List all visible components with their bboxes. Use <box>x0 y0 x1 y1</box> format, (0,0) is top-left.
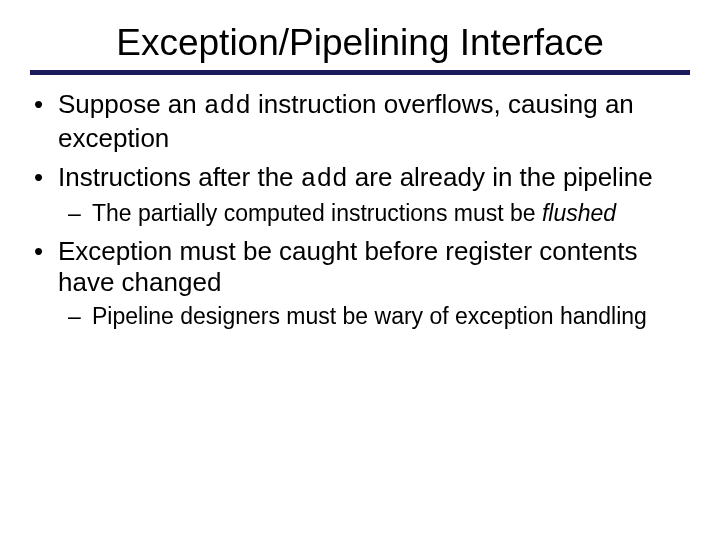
slide-title: Exception/Pipelining Interface <box>30 22 690 64</box>
bullet-1: Suppose an add instruction overflows, ca… <box>58 89 690 154</box>
slide: Exception/Pipelining Interface Suppose a… <box>0 0 720 540</box>
title-underline <box>30 70 690 75</box>
bullet-2: Instructions after the add are already i… <box>58 162 690 227</box>
bullet-2-sub-1-text: The partially computed instructions must… <box>92 200 542 226</box>
bullet-2-sub-1-ital: flushed <box>542 200 616 226</box>
bullet-2-text-b: are already in the pipeline <box>348 162 653 192</box>
bullet-list: Suppose an add instruction overflows, ca… <box>30 89 690 331</box>
bullet-2-sub-1: The partially computed instructions must… <box>92 200 690 228</box>
bullet-3-text: Exception must be caught before register… <box>58 236 638 298</box>
bullet-2-sublist: The partially computed instructions must… <box>58 200 690 228</box>
bullet-2-code: add <box>301 164 348 194</box>
bullet-3: Exception must be caught before register… <box>58 236 690 331</box>
bullet-3-sublist: Pipeline designers must be wary of excep… <box>58 303 690 331</box>
bullet-1-code: add <box>204 91 251 121</box>
bullet-3-sub-1-text: Pipeline designers must be wary of excep… <box>92 303 647 329</box>
bullet-1-text-a: Suppose an <box>58 89 204 119</box>
bullet-3-sub-1: Pipeline designers must be wary of excep… <box>92 303 690 331</box>
bullet-2-text-a: Instructions after the <box>58 162 301 192</box>
